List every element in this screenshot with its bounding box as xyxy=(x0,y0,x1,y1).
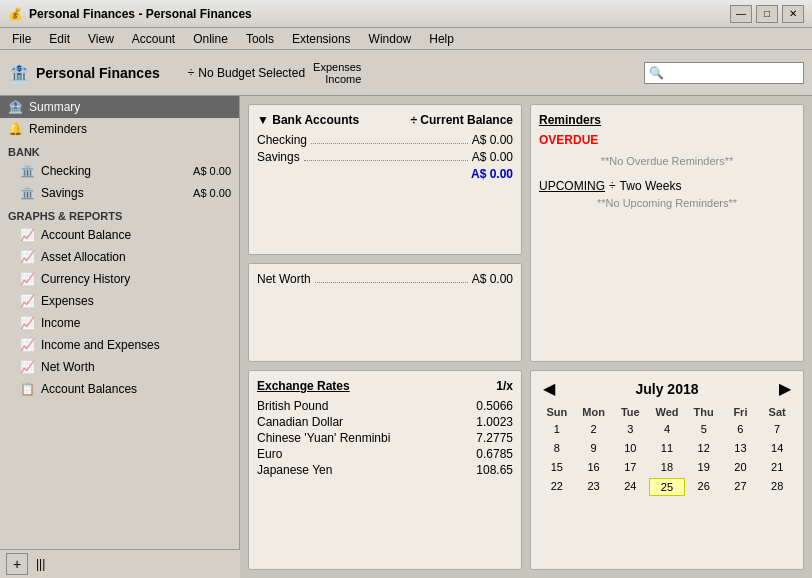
cal-day-26[interactable]: 26 xyxy=(686,478,722,496)
bank-section-label: BANK xyxy=(8,146,40,158)
close-button[interactable]: ✕ xyxy=(782,5,804,23)
sidebar-item-account-balance[interactable]: 📈 Account Balance xyxy=(0,224,239,246)
cal-day-28[interactable]: 28 xyxy=(759,478,795,496)
cal-day-25[interactable]: 25 xyxy=(649,478,685,496)
no-upcoming-text: **No Upcoming Reminders** xyxy=(539,193,795,213)
menu-tools[interactable]: Tools xyxy=(238,30,282,48)
calendar-header: ◀ July 2018 ▶ xyxy=(539,379,795,398)
summary-icon: 🏦 xyxy=(8,100,23,114)
cal-day-13[interactable]: 13 xyxy=(723,440,759,458)
cal-day-18[interactable]: 18 xyxy=(649,459,685,477)
main-layout: 🏦 Summary 🔔 Reminders BANK 🏛️ Checking A… xyxy=(0,96,812,578)
brand-label: Personal Finances xyxy=(36,65,160,81)
bank-accounts-panel: ▼ Bank Accounts ÷ Current Balance Checki… xyxy=(248,104,522,255)
current-balance-label: ÷ Current Balance xyxy=(410,113,513,127)
sidebar-item-income-expenses[interactable]: 📈 Income and Expenses xyxy=(0,334,239,356)
net-worth-icon: 📈 xyxy=(20,360,35,374)
sidebar-item-expenses[interactable]: 📈 Expenses xyxy=(0,290,239,312)
menu-online[interactable]: Online xyxy=(185,30,236,48)
calendar-prev-button[interactable]: ◀ xyxy=(539,379,559,398)
add-button[interactable]: + xyxy=(6,553,28,575)
sidebar: 🏦 Summary 🔔 Reminders BANK 🏛️ Checking A… xyxy=(0,96,240,578)
cal-day-15[interactable]: 15 xyxy=(539,459,575,477)
cal-day-6[interactable]: 6 xyxy=(723,421,759,439)
exchange-rates-header: Exchange Rates 1/x xyxy=(257,379,513,393)
cal-header-sat: Sat xyxy=(759,404,795,420)
exchange-rates-modifier: 1/x xyxy=(496,379,513,393)
cal-day-24[interactable]: 24 xyxy=(612,478,648,496)
cal-header-thu: Thu xyxy=(686,404,722,420)
income-label: Income xyxy=(313,73,361,85)
menu-help[interactable]: Help xyxy=(421,30,462,48)
menu-account[interactable]: Account xyxy=(124,30,183,48)
sidebar-item-currency-history[interactable]: 📈 Currency History xyxy=(0,268,239,290)
savings-row-value: A$ 0.00 xyxy=(472,150,513,164)
savings-row-label: Savings xyxy=(257,150,300,164)
menu-view[interactable]: View xyxy=(80,30,122,48)
upcoming-period: Two Weeks xyxy=(620,179,682,193)
calendar-next-button[interactable]: ▶ xyxy=(775,379,795,398)
maximize-button[interactable]: □ xyxy=(756,5,778,23)
sidebar-scroll-indicator: ||| xyxy=(36,557,45,571)
sidebar-item-net-worth[interactable]: 📈 Net Worth xyxy=(0,356,239,378)
menu-extensions[interactable]: Extensions xyxy=(284,30,359,48)
cal-day-10[interactable]: 10 xyxy=(612,440,648,458)
menu-file[interactable]: File xyxy=(4,30,39,48)
cal-day-3[interactable]: 3 xyxy=(612,421,648,439)
cal-day-9[interactable]: 9 xyxy=(576,440,612,458)
budget-selector[interactable]: ÷ No Budget Selected xyxy=(188,66,305,80)
cal-day-17[interactable]: 17 xyxy=(612,459,648,477)
cal-day-11[interactable]: 11 xyxy=(649,440,685,458)
cal-day-1[interactable]: 1 xyxy=(539,421,575,439)
british-pound-row: British Pound 0.5066 xyxy=(257,399,513,413)
expense-income-toggle[interactable]: Expenses Income xyxy=(313,61,361,85)
net-worth-dots xyxy=(315,273,468,283)
menu-window[interactable]: Window xyxy=(361,30,420,48)
cal-day-7[interactable]: 7 xyxy=(759,421,795,439)
sidebar-item-savings[interactable]: 🏛️ Savings A$ 0.00 xyxy=(0,182,239,204)
sidebar-reminders-label: Reminders xyxy=(29,122,87,136)
checking-amount: A$ 0.00 xyxy=(193,165,231,177)
sidebar-item-reminders[interactable]: 🔔 Reminders xyxy=(0,118,239,140)
cal-day-4[interactable]: 4 xyxy=(649,421,685,439)
sidebar-item-account-balances[interactable]: 📋 Account Balances xyxy=(0,378,239,400)
cal-day-5[interactable]: 5 xyxy=(686,421,722,439)
sidebar-item-checking[interactable]: 🏛️ Checking A$ 0.00 xyxy=(0,160,239,182)
sidebar-item-income[interactable]: 📈 Income xyxy=(0,312,239,334)
british-pound-value: 0.5066 xyxy=(476,399,513,413)
japanese-yen-label: Japanese Yen xyxy=(257,463,332,477)
cal-day-12[interactable]: 12 xyxy=(686,440,722,458)
cal-day-16[interactable]: 16 xyxy=(576,459,612,477)
sidebar-item-summary[interactable]: 🏦 Summary xyxy=(0,96,239,118)
reminders-header: Reminders xyxy=(539,113,795,127)
reminders-title: Reminders xyxy=(539,113,601,127)
graphs-section-label: GRAPHS & REPORTS xyxy=(8,210,122,222)
minimize-button[interactable]: — xyxy=(730,5,752,23)
cal-day-8[interactable]: 8 xyxy=(539,440,575,458)
brand-area: 🏦 Personal Finances xyxy=(8,62,160,84)
savings-amount: A$ 0.00 xyxy=(193,187,231,199)
cal-day-27[interactable]: 27 xyxy=(723,478,759,496)
cal-header-tue: Tue xyxy=(612,404,648,420)
upcoming-row: UPCOMING ÷ Two Weeks xyxy=(539,179,795,193)
cal-day-21[interactable]: 21 xyxy=(759,459,795,477)
upcoming-label[interactable]: UPCOMING xyxy=(539,179,605,193)
sidebar-item-asset-allocation[interactable]: 📈 Asset Allocation xyxy=(0,246,239,268)
content-area: ▼ Bank Accounts ÷ Current Balance Checki… xyxy=(240,96,812,578)
expenses-label: Expenses xyxy=(313,61,361,73)
cal-day-20[interactable]: 20 xyxy=(723,459,759,477)
budget-prefix: ÷ xyxy=(188,66,195,80)
currency-history-label: Currency History xyxy=(41,272,130,286)
cal-day-22[interactable]: 22 xyxy=(539,478,575,496)
cal-day-23[interactable]: 23 xyxy=(576,478,612,496)
cal-day-19[interactable]: 19 xyxy=(686,459,722,477)
cal-day-14[interactable]: 14 xyxy=(759,440,795,458)
window-title: Personal Finances - Personal Finances xyxy=(29,7,252,21)
cal-day-2[interactable]: 2 xyxy=(576,421,612,439)
title-bar: 💰 Personal Finances - Personal Finances … xyxy=(0,0,812,28)
chinese-yuan-value: 7.2775 xyxy=(476,431,513,445)
exchange-rates-title[interactable]: Exchange Rates xyxy=(257,379,350,393)
search-input[interactable] xyxy=(668,66,798,80)
menu-edit[interactable]: Edit xyxy=(41,30,78,48)
sidebar-graphs-section: GRAPHS & REPORTS xyxy=(0,204,239,224)
